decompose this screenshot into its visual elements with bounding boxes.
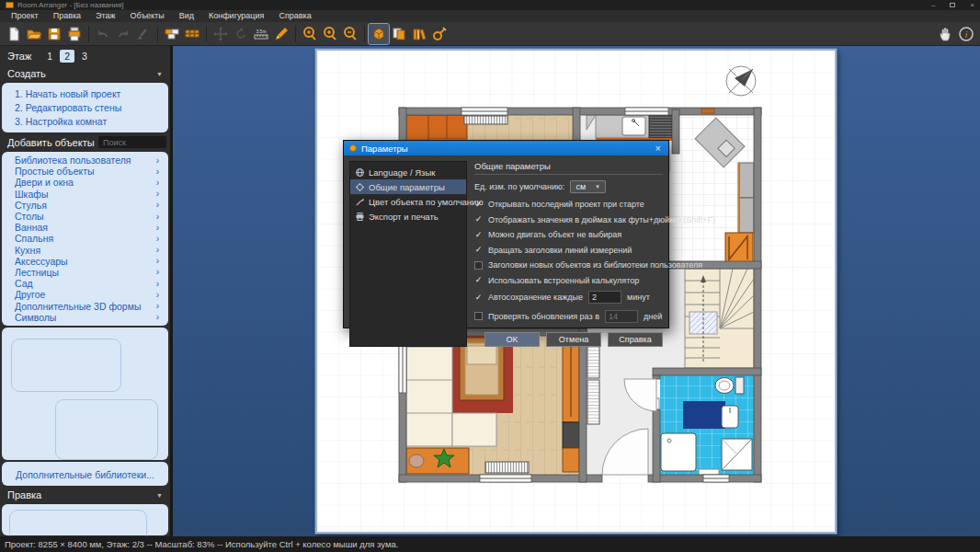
shower-tray — [661, 433, 696, 471]
nav-item-language[interactable]: Language / Язык — [350, 165, 466, 179]
checkbox[interactable]: ✓ — [474, 293, 483, 302]
menu-item[interactable]: Проект — [4, 10, 46, 22]
edit-section-header[interactable]: Правка ▼ — [0, 487, 170, 503]
checkbox[interactable]: ✓ — [474, 201, 483, 209]
option-row[interactable]: ✓ Открывать последний проект при старте — [474, 200, 663, 209]
zoom-in-button[interactable] — [320, 24, 340, 44]
app-icon — [6, 2, 14, 8]
menu-bar: ПроектПравкаЭтажОбъектыВидКонфигурацияСп… — [0, 10, 980, 22]
minimize-icon[interactable]: – — [931, 2, 935, 9]
nav-item-export-print[interactable]: Экспорт и печать — [350, 209, 466, 224]
category-item[interactable]: Стулья › — [2, 200, 168, 211]
search-input[interactable] — [98, 136, 166, 148]
checkbox-label: Можно двигать объект не выбирая — [488, 230, 621, 239]
category-item[interactable]: Спальня › — [2, 233, 168, 244]
close-icon[interactable]: × — [654, 144, 663, 154]
zoom-out-button[interactable] — [340, 24, 360, 44]
save-button[interactable] — [44, 24, 64, 44]
tiles-button[interactable] — [182, 24, 202, 44]
checkbox[interactable]: ✓ — [474, 246, 483, 254]
draw-pen-button[interactable] — [271, 24, 291, 44]
option-row[interactable]: ✓ Вращать заголовки линий измерений — [474, 246, 663, 255]
option-row[interactable]: ✓ Отображать значения в дюймах как футы+… — [474, 215, 663, 224]
new-project-button[interactable] — [4, 24, 24, 44]
category-item[interactable]: Столы › — [2, 211, 168, 222]
globe-icon — [356, 168, 364, 177]
category-item[interactable]: Символы › — [2, 312, 168, 323]
create-step-link[interactable]: 3. Настройка комнат — [2, 114, 168, 128]
info-icon[interactable]: i — [956, 24, 976, 44]
category-item[interactable]: Лестницы › — [2, 267, 168, 278]
measure-button[interactable]: 3.5m — [251, 24, 271, 44]
checkbox[interactable]: ✓ — [474, 231, 483, 239]
create-step-link[interactable]: 2. Редактировать стены — [2, 100, 168, 114]
undo-button — [93, 24, 113, 44]
print-button[interactable] — [64, 24, 85, 44]
floor-tab[interactable]: 2 — [60, 50, 74, 63]
dialog-title: Параметры — [361, 144, 649, 154]
more-libraries-panel: Дополнительные библиотеки... — [2, 462, 168, 486]
category-item[interactable]: Кухня › — [2, 245, 168, 256]
dialog-title-bar[interactable]: Параметры × — [344, 141, 668, 155]
category-item[interactable]: Двери и окна › — [2, 177, 168, 188]
check-updates-row[interactable]: Проверять обновления раз в дней — [474, 310, 663, 323]
category-item[interactable]: Сад › — [2, 278, 168, 289]
pan-hand-icon[interactable] — [936, 24, 956, 44]
collapse-icon[interactable]: ▼ — [156, 492, 163, 499]
tools-button[interactable] — [429, 24, 450, 44]
create-step-link[interactable]: 1. Начать новый проект — [2, 86, 168, 100]
edit-walls-button[interactable] — [162, 24, 182, 44]
category-item[interactable]: Другое › — [2, 289, 168, 300]
create-section-header[interactable]: Создать ▼ — [0, 65, 170, 82]
checkbox[interactable]: ✓ — [474, 215, 483, 224]
ok-button[interactable]: OK — [484, 332, 540, 347]
category-item[interactable]: Аксессуары › — [2, 256, 168, 267]
more-libraries-link[interactable]: Дополнительные библиотеки... — [16, 469, 154, 480]
help-button[interactable]: Справка — [608, 332, 663, 347]
checkbox[interactable]: ✓ — [474, 276, 483, 284]
radiator — [485, 462, 529, 473]
view-3d-button[interactable] — [369, 24, 389, 44]
menu-item[interactable]: Правка — [46, 10, 88, 22]
option-row[interactable]: ✓ Использовать встроенный калькулятор — [474, 276, 663, 285]
checkbox[interactable] — [474, 312, 483, 320]
floor-tab[interactable]: 3 — [77, 50, 92, 63]
chevron-right-icon: › — [156, 212, 159, 222]
open-project-button[interactable] — [24, 24, 44, 44]
menu-item[interactable]: Справка — [271, 10, 318, 22]
category-item[interactable]: Дополнительные 3D формы › — [2, 300, 168, 311]
maximize-icon[interactable] — [950, 3, 955, 7]
nav-item-general[interactable]: Общие параметры — [350, 179, 466, 194]
menu-item[interactable]: Объекты — [123, 10, 172, 22]
object-library-button[interactable] — [409, 24, 429, 44]
category-item[interactable]: Ванная › — [2, 222, 168, 233]
menu-item[interactable]: Этаж — [88, 10, 123, 22]
gear-icon — [356, 183, 364, 191]
close-icon[interactable]: × — [970, 2, 974, 9]
floor-tab[interactable]: 1 — [42, 50, 57, 63]
option-row[interactable]: ✓ Можно двигать объект не выбирая — [474, 230, 663, 239]
category-item[interactable]: Шкафы › — [2, 189, 168, 200]
category-item[interactable]: Библиотека пользователя › — [2, 155, 168, 166]
category-label: Шкафы — [15, 189, 48, 200]
floor-selector: Этаж 123 — [0, 46, 170, 65]
chevron-right-icon: › — [156, 189, 159, 199]
menu-item[interactable]: Вид — [172, 10, 201, 22]
zoom-window-button[interactable] — [300, 24, 320, 44]
menu-item[interactable]: Конфигурация — [201, 10, 271, 22]
units-dropdown[interactable]: см ▼ — [570, 180, 606, 193]
autosave-minutes-input[interactable] — [588, 291, 621, 304]
nav-item-default-color[interactable]: Цвет объекта по умолчанию — [350, 194, 466, 209]
category-item[interactable]: Простые объекты › — [2, 166, 168, 177]
wardrobe — [406, 347, 452, 446]
checkbox[interactable] — [474, 261, 483, 270]
category-label: Простые объекты — [15, 166, 95, 177]
copy-view-button[interactable] — [389, 24, 409, 44]
toilet — [715, 378, 734, 394]
floor-label: Этаж — [7, 51, 31, 62]
option-row[interactable]: Заголовки новых объектов из библиотеки п… — [474, 260, 663, 270]
autosave-row[interactable]: ✓ Автосохранение каждые минут — [474, 291, 663, 304]
collapse-icon[interactable]: ▼ — [156, 71, 163, 77]
cancel-button[interactable]: Отмена — [546, 332, 601, 347]
category-label: Столы — [15, 211, 44, 222]
